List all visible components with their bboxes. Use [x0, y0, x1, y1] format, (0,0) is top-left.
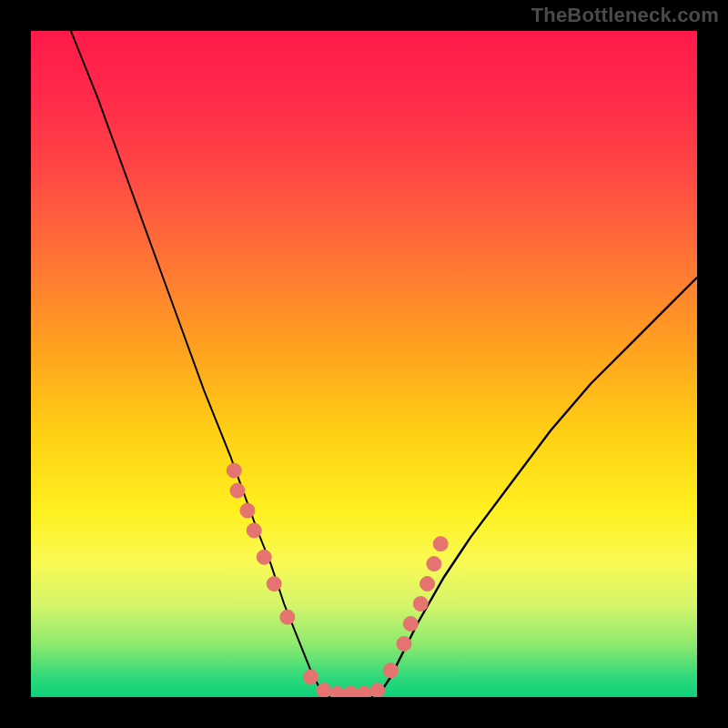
curve-left-branch: [71, 31, 324, 697]
data-point: [280, 610, 295, 624]
data-point: [357, 686, 371, 697]
data-point: [240, 503, 255, 518]
watermark-text: TheBottleneck.com: [531, 4, 719, 27]
data-point: [227, 463, 241, 478]
data-point: [433, 537, 448, 551]
data-point: [370, 683, 385, 697]
data-point: [257, 550, 271, 564]
data-point: [403, 616, 418, 631]
data-point: [413, 597, 428, 612]
data-point: [247, 523, 261, 538]
data-point: [317, 683, 331, 697]
data-point: [230, 483, 245, 498]
plot-area: [31, 31, 697, 697]
curve-right-branch: [378, 278, 697, 697]
data-point: [383, 663, 398, 678]
data-point: [330, 686, 345, 697]
chart-frame: TheBottleneck.com: [0, 0, 728, 728]
data-point: [303, 670, 318, 684]
data-point: [397, 636, 411, 651]
data-point: [267, 577, 281, 592]
chart-svg: [31, 31, 697, 697]
data-point: [343, 686, 358, 697]
data-point: [427, 557, 441, 571]
data-point: [420, 577, 435, 592]
